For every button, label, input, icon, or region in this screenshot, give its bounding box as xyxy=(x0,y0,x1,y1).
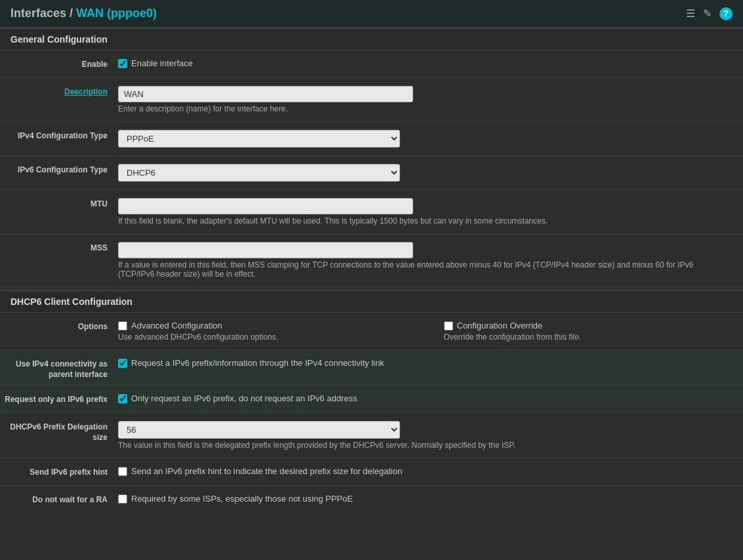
use-ipv4-checkbox[interactable] xyxy=(118,359,127,368)
ipv6-type-control: DHCP6 None Static IPv6 SLAAC 6rd Tunnel … xyxy=(118,161,743,184)
mss-row: MSS If a value is entered in this field,… xyxy=(0,234,743,287)
send-prefix-control: Send an IPv6 prefix hint to indicate the… xyxy=(118,464,743,480)
mss-help: If a value is entered in this field, the… xyxy=(118,260,708,279)
breadcrumb-highlight: WAN (pppoe0) xyxy=(76,7,157,20)
request-ipv6-row: Request only an IPv6 prefix Only request… xyxy=(0,386,743,413)
no-wait-ra-row: Do not wait for a RA Required by some IS… xyxy=(0,486,743,513)
send-prefix-label: Send IPv6 prefix hint xyxy=(0,464,118,477)
use-ipv4-label: Use IPv4 connectivity as parent interfac… xyxy=(0,355,118,380)
description-control: Enter a description (name) for the inter… xyxy=(118,83,743,116)
use-ipv4-row: Use IPv4 connectivity as parent interfac… xyxy=(0,350,743,386)
mtu-input[interactable] xyxy=(118,198,413,214)
help-icon[interactable]: ? xyxy=(719,7,733,20)
use-ipv4-checkbox-label: Request a IPv6 prefix/information throug… xyxy=(131,358,384,368)
mss-control: If a value is entered in this field, the… xyxy=(118,239,743,281)
mtu-row: MTU If this field is blank, the adapter'… xyxy=(0,190,743,234)
enable-row: Enable Enable interface xyxy=(0,50,743,78)
advanced-config-col: Advanced Configuration Use advanced DHCP… xyxy=(118,321,418,342)
ipv6-type-select[interactable]: DHCP6 None Static IPv6 SLAAC 6rd Tunnel … xyxy=(118,164,400,182)
chart-icon[interactable]: ✎ xyxy=(703,7,712,20)
breadcrumb-prefix: Interfaces / xyxy=(10,7,76,20)
description-help: Enter a description (name) for the inter… xyxy=(118,104,743,113)
advanced-config-help: Use advanced DHCPv6 configuration option… xyxy=(118,332,418,342)
general-config-section-header: General Configuration xyxy=(0,28,743,50)
menu-icon[interactable]: ☰ xyxy=(686,7,695,20)
description-input[interactable] xyxy=(118,86,413,102)
prefix-size-label: DHCPv6 Prefix Delegation size xyxy=(0,418,118,443)
options-row: Options Advanced Configuration Use advan… xyxy=(0,313,743,350)
mtu-control: If this field is blank, the adapter's de… xyxy=(118,195,743,228)
advanced-config-label: Advanced Configuration xyxy=(131,321,222,330)
prefix-size-control: 56 48 52 60 64 The value in this field i… xyxy=(118,418,743,452)
top-header: Interfaces / WAN (pppoe0) ☰ ✎ ? xyxy=(0,0,743,28)
mss-label: MSS xyxy=(0,239,118,252)
enable-checkbox[interactable] xyxy=(118,59,127,68)
page-content: General Configuration Enable Enable inte… xyxy=(0,28,743,513)
options-control: Advanced Configuration Use advanced DHCP… xyxy=(118,318,743,344)
config-override-checkbox[interactable] xyxy=(444,321,453,330)
prefix-size-row: DHCPv6 Prefix Delegation size 56 48 52 6… xyxy=(0,413,743,458)
use-ipv4-control: Request a IPv6 prefix/information throug… xyxy=(118,355,743,372)
breadcrumb: Interfaces / WAN (pppoe0) xyxy=(10,7,157,20)
prefix-size-help: The value in this field is the delegated… xyxy=(118,441,643,450)
request-ipv6-label: Request only an IPv6 prefix xyxy=(0,391,118,405)
send-prefix-checkbox-label: Send an IPv6 prefix hint to indicate the… xyxy=(131,466,402,476)
no-wait-ra-label: Do not wait for a RA xyxy=(0,491,118,504)
ipv6-type-row: IPv6 Configuration Type DHCP6 None Stati… xyxy=(0,156,743,190)
ipv4-type-label: IPv4 Configuration Type xyxy=(0,127,118,140)
no-wait-ra-checkbox-label: Required by some ISPs, especially those … xyxy=(131,494,353,504)
request-ipv6-checkbox[interactable] xyxy=(118,394,127,403)
enable-checkbox-label: Enable interface xyxy=(131,58,193,68)
ipv4-type-control: PPPoE None Static IPv4 DHCP PPP PPTP L2T… xyxy=(118,127,743,150)
description-label[interactable]: Description xyxy=(0,83,118,96)
dhcp6-config-section-header: DHCP6 Client Configuration xyxy=(0,290,743,313)
request-ipv6-control: Only request an IPv6 prefix, do not requ… xyxy=(118,391,743,407)
no-wait-ra-control: Required by some ISPs, especially those … xyxy=(118,491,743,508)
config-override-label: Configuration Override xyxy=(457,321,543,330)
enable-label: Enable xyxy=(0,56,118,69)
request-ipv6-checkbox-label: Only request an IPv6 prefix, do not requ… xyxy=(131,393,357,403)
advanced-config-checkbox[interactable] xyxy=(118,321,127,330)
config-override-col: Configuration Override Override the conf… xyxy=(444,321,744,342)
prefix-size-select[interactable]: 56 48 52 60 64 xyxy=(118,421,400,439)
ipv6-type-label: IPv6 Configuration Type xyxy=(0,161,118,174)
header-icons: ☰ ✎ ? xyxy=(686,7,733,20)
mtu-label: MTU xyxy=(0,195,118,209)
ipv4-type-select[interactable]: PPPoE None Static IPv4 DHCP PPP PPTP L2T… xyxy=(118,130,400,148)
enable-control: Enable interface xyxy=(118,56,743,72)
description-row: Description Enter a description (name) f… xyxy=(0,78,743,122)
mtu-help: If this field is blank, the adapter's de… xyxy=(118,216,743,226)
send-prefix-checkbox[interactable] xyxy=(118,467,127,476)
send-prefix-row: Send IPv6 prefix hint Send an IPv6 prefi… xyxy=(0,458,743,486)
config-override-help: Override the configuration from this fil… xyxy=(444,332,744,342)
mss-input[interactable] xyxy=(118,242,413,258)
options-label: Options xyxy=(0,318,118,331)
ipv4-type-row: IPv4 Configuration Type PPPoE None Stati… xyxy=(0,122,743,156)
no-wait-ra-checkbox[interactable] xyxy=(118,494,127,504)
